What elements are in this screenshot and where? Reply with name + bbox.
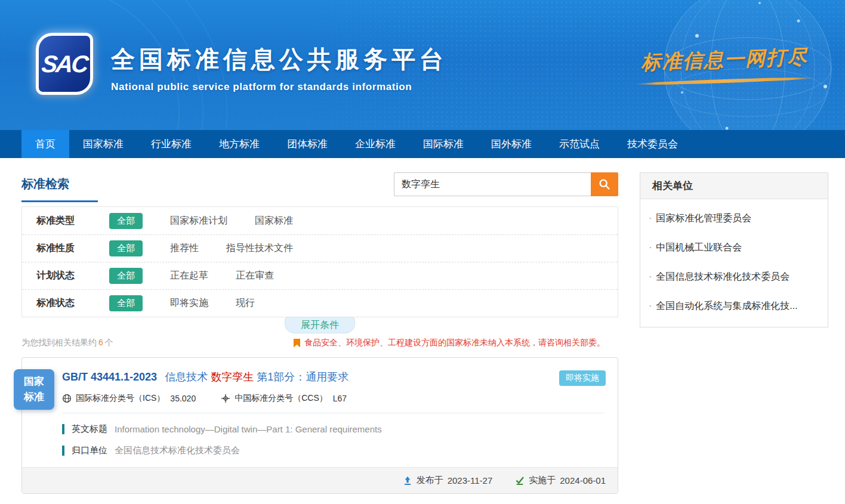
sidebar-item-link[interactable]: 国家标准化管理委员会 [640, 204, 828, 233]
results-count: 6 [97, 338, 105, 347]
filter-option[interactable]: 国家标准计划 [170, 215, 227, 227]
results-summary: 为您找到相关结果约6个 [21, 338, 113, 348]
filter-all-badge[interactable]: 全部 [109, 268, 143, 284]
filter-option[interactable]: 推荐性 [170, 242, 199, 255]
nav-tab-foreign-standards[interactable]: 国外标准 [477, 130, 545, 158]
bookmark-icon [294, 339, 300, 348]
committee-row: 归口单位 全国信息技术标准化技术委员会 [62, 445, 606, 456]
search-input[interactable] [394, 172, 591, 196]
search-button[interactable] [591, 172, 618, 196]
standard-title-link[interactable]: GB/T 43441.1-2023 信息技术 数字孪生 第1部分：通用要求 [62, 370, 606, 384]
ics-classification: 国际标准分类号（ICS） 35.020 [62, 393, 196, 404]
filter-option[interactable]: 即将实施 [170, 297, 208, 310]
standard-result-card: 国家 标准 即将实施 GB/T 43441.1-2023 信息技术 数字孪生 第… [21, 357, 618, 494]
nav-tab-group-standards[interactable]: 团体标准 [273, 130, 341, 158]
published-date: 发布于 2023-11-27 [403, 475, 493, 486]
page-title: 标准检索 [21, 172, 98, 192]
filter-row-standard-type: 标准类型 全部 国家标准计划 国家标准 [22, 207, 618, 234]
nav-tab-technical-committees[interactable]: 技术委员会 [613, 130, 692, 158]
expand-conditions-button[interactable]: 展开条件 [285, 317, 355, 333]
compass-icon [221, 394, 230, 403]
sidebar-item-link[interactable]: 全国信息技术标准化技术委员会 [640, 262, 828, 292]
nav-tab-pilot-demos[interactable]: 示范试点 [545, 130, 613, 158]
filter-label: 标准性质 [36, 242, 96, 255]
card-footer: 发布于 2023-11-27 实施于 2024-06-01 [22, 467, 618, 493]
related-units-title: 相关单位 [640, 173, 828, 199]
filter-option[interactable]: 现行 [236, 297, 255, 310]
teal-marker [62, 446, 64, 456]
nav-tab-national-standards[interactable]: 国家标准 [69, 130, 137, 158]
filter-row-standard-nature: 标准性质 全部 推荐性 指导性技术文件 [22, 234, 618, 262]
nav-tab-home[interactable]: 首页 [21, 130, 69, 158]
globe-icon [62, 394, 72, 403]
site-title: 全国标准信息公共服务平台 [111, 43, 448, 76]
site-subtitle: National public service platform for sta… [111, 81, 448, 93]
filter-option[interactable]: 指导性技术文件 [226, 242, 293, 255]
check-icon [515, 476, 525, 486]
english-title-row: 英文标题 Information technology—Digital twin… [62, 423, 606, 435]
ccs-classification: 中国标准分类号（CCS） L67 [221, 393, 347, 404]
filter-label: 计划状态 [36, 270, 96, 282]
card-divider [62, 413, 605, 413]
system-notice: 食品安全、环境保护、工程建设方面的国家标准未纳入本系统，请咨询相关部委。 [294, 338, 605, 348]
upload-icon [403, 476, 412, 486]
main-nav: 首页 国家标准 行业标准 地方标准 团体标准 企业标准 国际标准 国外标准 示范… [0, 130, 845, 158]
slogan-text: 标准信息一网打尽 [634, 44, 814, 76]
related-units-panel: 相关单位 国家标准化管理委员会 中国机械工业联合会 全国信息技术标准化技术委员会… [640, 172, 828, 327]
filter-row-standard-status: 标准状态 全部 即将实施 现行 [22, 289, 618, 317]
status-badge: 即将实施 [559, 370, 606, 386]
nav-tab-international-standards[interactable]: 国际标准 [409, 130, 477, 158]
teal-marker [62, 424, 64, 434]
slogan-banner: 标准信息一网打尽 [635, 47, 814, 83]
standard-type-badge: 国家 标准 [14, 369, 54, 410]
filter-panel: 标准类型 全部 国家标准计划 国家标准 标准性质 全部 推荐性 指导性技术文件 … [21, 206, 618, 317]
filter-option[interactable]: 正在审查 [236, 270, 274, 282]
sidebar-item-link[interactable]: 全国自动化系统与集成标准化技... [640, 292, 828, 321]
filter-all-badge[interactable]: 全部 [109, 213, 143, 229]
nav-tab-enterprise-standards[interactable]: 企业标准 [341, 130, 409, 158]
site-header: SAC 全国标准信息公共服务平台 National public service… [0, 0, 845, 130]
nav-tab-industry-standards[interactable]: 行业标准 [137, 130, 205, 158]
nav-tab-local-standards[interactable]: 地方标准 [205, 130, 273, 158]
filter-option[interactable]: 国家标准 [255, 215, 293, 227]
implemented-date: 实施于 2024-06-01 [515, 475, 606, 486]
page-title-underline [21, 200, 98, 202]
filter-all-badge[interactable]: 全部 [109, 295, 143, 311]
filter-option[interactable]: 正在起草 [170, 270, 208, 282]
sac-logo-text: SAC [41, 51, 88, 78]
standard-code: GB/T 43441.1-2023 [62, 371, 157, 383]
search-box [394, 172, 618, 196]
filter-row-plan-status: 计划状态 全部 正在起草 正在审查 [22, 262, 618, 289]
filter-label: 标准状态 [36, 297, 96, 310]
search-term-highlight: 数字孪生 [211, 371, 254, 383]
sac-logo[interactable]: SAC [36, 33, 93, 95]
search-icon [598, 178, 611, 191]
sidebar-item-link[interactable]: 中国机械工业联合会 [640, 233, 828, 262]
filter-all-badge[interactable]: 全部 [109, 240, 143, 256]
filter-label: 标准类型 [36, 215, 96, 227]
